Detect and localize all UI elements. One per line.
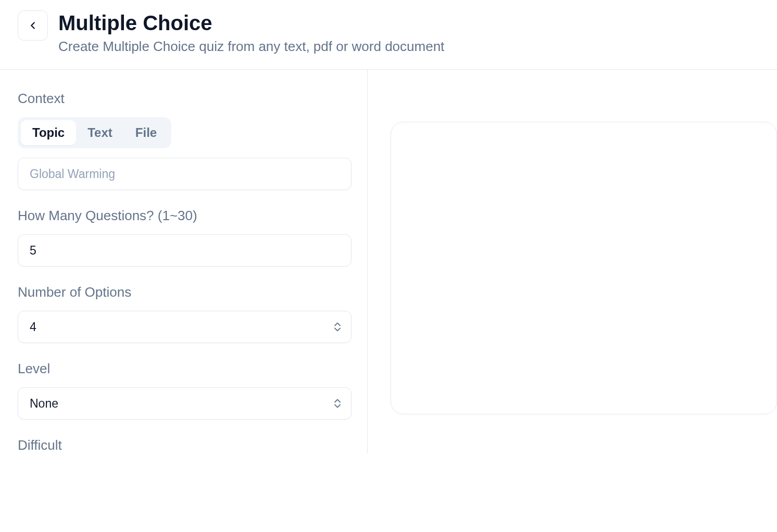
- tab-file[interactable]: File: [124, 120, 168, 145]
- difficult-label: Difficult: [18, 437, 352, 453]
- level-field: Level None: [18, 361, 352, 420]
- context-label: Context: [18, 91, 352, 107]
- topic-input[interactable]: [18, 158, 352, 190]
- options-value: 4: [30, 320, 36, 334]
- options-select[interactable]: 4: [18, 311, 352, 343]
- tab-text[interactable]: Text: [76, 120, 124, 145]
- preview-box: [391, 122, 777, 414]
- page-title: Multiple Choice: [58, 10, 444, 35]
- questions-label: How Many Questions? (1~30): [18, 208, 352, 224]
- tab-topic[interactable]: Topic: [21, 120, 76, 145]
- context-field: Context Topic Text File: [18, 91, 352, 190]
- options-label: Number of Options: [18, 284, 352, 300]
- context-tabs: Topic Text File: [18, 117, 171, 148]
- questions-field: How Many Questions? (1~30): [18, 208, 352, 267]
- form-column: Context Topic Text File How Many Questio…: [0, 70, 368, 453]
- questions-input[interactable]: [18, 234, 352, 267]
- page-header: Multiple Choice Create Multiple Choice q…: [0, 0, 777, 70]
- header-text: Multiple Choice Create Multiple Choice q…: [58, 10, 444, 55]
- level-select[interactable]: None: [18, 387, 352, 420]
- page-subtitle: Create Multiple Choice quiz from any tex…: [58, 39, 444, 55]
- level-label: Level: [18, 361, 352, 377]
- back-button[interactable]: [18, 10, 48, 41]
- level-value: None: [30, 397, 58, 411]
- chevron-left-icon: [27, 20, 39, 31]
- difficult-field: Difficult: [18, 437, 352, 453]
- preview-column: [368, 70, 777, 453]
- options-field: Number of Options 4: [18, 284, 352, 343]
